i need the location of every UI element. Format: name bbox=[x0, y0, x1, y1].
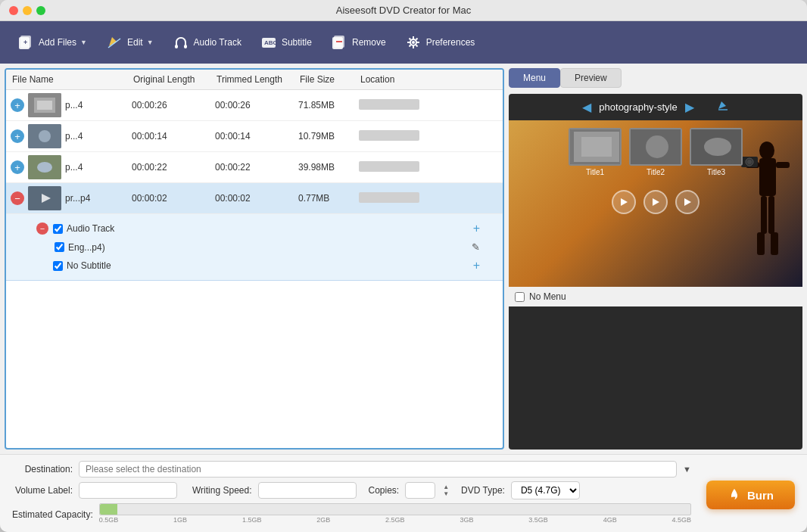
expand-row-3-button[interactable]: + bbox=[11, 160, 24, 174]
title-thumb-3[interactable]: Title3 bbox=[690, 128, 743, 176]
window-controls bbox=[9, 6, 45, 15]
row-4-location bbox=[354, 183, 503, 214]
play-button-large[interactable] bbox=[612, 190, 636, 214]
add-subtitle-button[interactable]: + bbox=[473, 259, 480, 272]
svg-line-19 bbox=[409, 45, 410, 47]
no-menu-checkbox[interactable] bbox=[515, 292, 525, 302]
tick-6: 3.5GB bbox=[528, 516, 548, 524]
edit-arrow[interactable]: ▼ bbox=[147, 39, 154, 46]
tick-7: 4GB bbox=[603, 516, 617, 524]
next-style-button[interactable]: ▶ bbox=[685, 100, 694, 114]
table-row[interactable]: + p...4 00:00:22 00:00:22 39.98MB bbox=[6, 152, 503, 183]
table-row[interactable]: + p...4 00:00:26 00:00:26 71.85MB bbox=[6, 90, 503, 121]
thumb-label-3: Title3 bbox=[690, 168, 743, 176]
remove-icon bbox=[330, 33, 348, 51]
bottom-fields: Destination: ▼ Volume Label: My DVD Writ… bbox=[12, 461, 691, 526]
audio-track-row: − Audio Track + bbox=[36, 219, 503, 238]
destination-input[interactable] bbox=[79, 461, 677, 478]
row-2-location bbox=[354, 121, 503, 152]
dvd-type-select[interactable]: D5 (4.7G) bbox=[511, 481, 580, 499]
row-1-original: 00:00:26 bbox=[127, 90, 210, 121]
title-thumb-2[interactable]: Title2 bbox=[629, 128, 682, 176]
row-2-trimmed: 00:00:14 bbox=[210, 121, 294, 152]
add-files-button[interactable]: + Add Files ▼ bbox=[9, 29, 95, 56]
file-list-spacer bbox=[6, 281, 503, 448]
volume-input[interactable]: My DVD bbox=[79, 482, 177, 499]
prev-style-button[interactable]: ◀ bbox=[582, 100, 591, 114]
close-button[interactable] bbox=[9, 6, 18, 15]
table-row[interactable]: + p...4 00:00:14 00:00:14 10.79MB bbox=[6, 121, 503, 152]
gear-icon bbox=[404, 33, 422, 51]
row-4-original: 00:00:02 bbox=[127, 183, 210, 214]
file-table: File Name Original Length Trimmed Length… bbox=[6, 70, 503, 214]
row-4-trimmed: 00:00:02 bbox=[210, 183, 294, 214]
bottom-settings: Destination: ▼ Volume Label: My DVD Writ… bbox=[0, 454, 807, 532]
copies-spinner[interactable]: ▲▼ bbox=[443, 484, 449, 497]
row-2-name: p...4 bbox=[65, 131, 83, 142]
svg-point-26 bbox=[37, 162, 52, 173]
svg-rect-35 bbox=[768, 196, 774, 234]
svg-line-17 bbox=[416, 45, 417, 47]
edit-icon bbox=[105, 33, 123, 51]
tab-menu[interactable]: Menu bbox=[509, 68, 560, 88]
audio-track-button[interactable]: Audio Track bbox=[164, 29, 249, 56]
play-button-2[interactable] bbox=[643, 190, 668, 214]
col-header-size: File Size bbox=[294, 70, 354, 90]
audio-file-label: Eng...p4) bbox=[68, 242, 105, 253]
expand-row-1-button[interactable]: + bbox=[11, 98, 24, 112]
writing-speed-select[interactable] bbox=[258, 482, 357, 499]
tick-5: 3GB bbox=[460, 516, 473, 524]
tick-8: 4.5GB bbox=[671, 516, 691, 524]
play-button-3[interactable] bbox=[675, 190, 700, 214]
row-4-name: pr...p4 bbox=[65, 193, 90, 204]
destination-row: Destination: ▼ bbox=[12, 461, 691, 478]
preferences-button[interactable]: Preferences bbox=[397, 29, 483, 56]
svg-point-45 bbox=[646, 135, 668, 158]
edit-style-button[interactable] bbox=[717, 100, 729, 114]
add-files-arrow[interactable]: ▼ bbox=[80, 39, 87, 46]
destination-dropdown-arrow[interactable]: ▼ bbox=[683, 465, 691, 474]
menu-preview-area: ◀ photography-style ▶ bbox=[509, 94, 802, 450]
add-audio-track-button[interactable]: + bbox=[473, 222, 480, 235]
audio-track-checkbox[interactable] bbox=[53, 224, 63, 234]
collapse-row-4-button[interactable]: − bbox=[11, 191, 24, 205]
subtitle-button[interactable]: ABC Subtitle bbox=[252, 29, 319, 56]
style-name: photography-style bbox=[599, 101, 677, 113]
svg-marker-50 bbox=[684, 198, 691, 206]
burn-button[interactable]: Burn bbox=[706, 481, 795, 509]
capacity-bar-container: 0.5GB 1GB 1.5GB 2GB 2.5GB 3GB 3.5GB 4GB … bbox=[99, 503, 691, 515]
tick-0: 0.5GB bbox=[99, 516, 119, 524]
maximize-button[interactable] bbox=[36, 6, 45, 15]
no-menu-row: No Menu bbox=[509, 287, 802, 306]
bottom-main: Destination: ▼ Volume Label: My DVD Writ… bbox=[12, 461, 795, 526]
capacity-bar-fill bbox=[100, 504, 117, 515]
tick-4: 2.5GB bbox=[385, 516, 405, 524]
svg-rect-34 bbox=[761, 196, 767, 234]
thumbnail-4 bbox=[28, 186, 61, 210]
destination-label: Destination: bbox=[12, 464, 73, 474]
row-name-cell: + p...4 bbox=[6, 152, 127, 183]
row-3-original: 00:00:22 bbox=[127, 152, 210, 183]
title-thumb-1[interactable]: Title1 bbox=[569, 128, 622, 176]
expanded-details: − Audio Track + Eng...p4) ✎ No Subtitle … bbox=[6, 214, 503, 281]
audio-file-row: Eng...p4) ✎ bbox=[36, 238, 503, 256]
subtitle-checkbox[interactable] bbox=[53, 261, 63, 271]
edit-button[interactable]: Edit ▼ bbox=[98, 29, 161, 56]
copies-label: Copies: bbox=[369, 485, 400, 496]
edit-audio-button[interactable]: ✎ bbox=[472, 241, 480, 253]
subtitle-row: No Subtitle + bbox=[36, 256, 503, 275]
subtitle-icon: ABC bbox=[260, 33, 278, 51]
row-1-trimmed: 00:00:26 bbox=[210, 90, 294, 121]
audio-file-checkbox[interactable] bbox=[55, 242, 64, 252]
menu-background: Title1 Title2 Title3 bbox=[509, 120, 802, 287]
tab-preview[interactable]: Preview bbox=[560, 68, 622, 88]
copies-input[interactable]: 1 bbox=[405, 482, 435, 499]
remove-button[interactable]: Remove bbox=[322, 29, 394, 56]
thumb-label-2: Title2 bbox=[629, 168, 682, 176]
audio-track-row-label: Audio Track bbox=[67, 223, 114, 234]
minimize-button[interactable] bbox=[23, 6, 32, 15]
audio-track-collapse-button[interactable]: − bbox=[36, 222, 48, 235]
no-menu-label: No Menu bbox=[529, 291, 566, 302]
table-row-selected[interactable]: − pr...p4 00:00:02 00:00:02 0.77MB bbox=[6, 183, 503, 214]
expand-row-2-button[interactable]: + bbox=[11, 129, 24, 143]
